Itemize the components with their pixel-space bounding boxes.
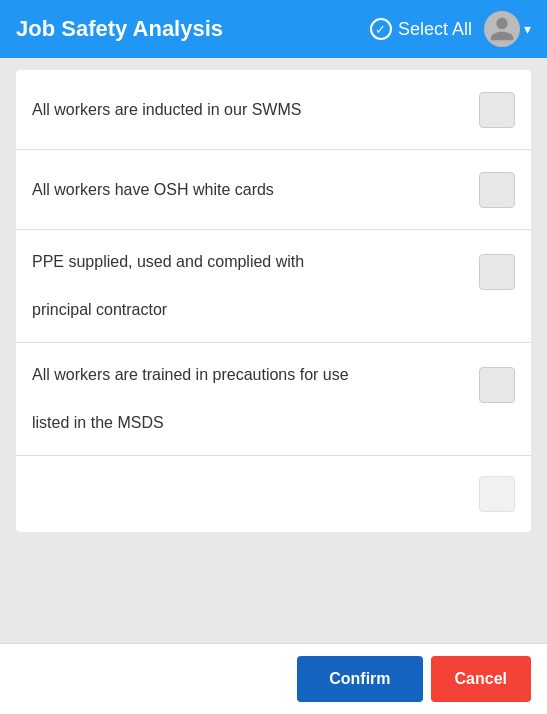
page-title: Job Safety Analysis xyxy=(16,16,223,42)
header: Job Safety Analysis ✓ Select All ▾ xyxy=(0,0,547,58)
list-item: All workers are trained in precautions f… xyxy=(16,343,531,456)
header-right: ✓ Select All ▾ xyxy=(370,11,531,47)
list-item: All workers have OSH white cards xyxy=(16,150,531,230)
avatar-dropdown[interactable]: ▾ xyxy=(484,11,531,47)
confirm-button[interactable]: Confirm xyxy=(297,656,422,702)
item-text: All workers are inducted in our SWMS xyxy=(32,98,479,122)
list-item: All workers are inducted in our SWMS xyxy=(16,70,531,150)
item-text-line1: All workers are trained in precautions f… xyxy=(32,366,349,383)
item-checkbox[interactable] xyxy=(479,172,515,208)
item-checkbox[interactable] xyxy=(479,476,515,512)
item-text: PPE supplied, used and complied with pri… xyxy=(32,250,479,322)
content-area: All workers are inducted in our SWMS All… xyxy=(0,58,547,643)
cancel-button[interactable]: Cancel xyxy=(431,656,531,702)
modal-container: Job Safety Analysis ✓ Select All ▾ All w… xyxy=(0,0,547,714)
avatar xyxy=(484,11,520,47)
items-list: All workers are inducted in our SWMS All… xyxy=(16,70,531,532)
list-item: PPE supplied, used and complied with pri… xyxy=(16,230,531,343)
select-all-label: Select All xyxy=(398,19,472,40)
item-text-line2: principal contractor xyxy=(32,301,167,318)
item-text: All workers have OSH white cards xyxy=(32,178,479,202)
select-all-icon: ✓ xyxy=(370,18,392,40)
item-checkbox[interactable] xyxy=(479,254,515,290)
item-text-line2: listed in the MSDS xyxy=(32,414,164,431)
item-text-line1: PPE supplied, used and complied with xyxy=(32,253,304,270)
footer: Confirm Cancel xyxy=(0,643,547,714)
item-checkbox[interactable] xyxy=(479,92,515,128)
item-text: All workers are trained in precautions f… xyxy=(32,363,479,435)
list-item xyxy=(16,456,531,532)
select-all-button[interactable]: ✓ Select All xyxy=(370,18,472,40)
dropdown-arrow-icon: ▾ xyxy=(524,21,531,37)
item-checkbox[interactable] xyxy=(479,367,515,403)
